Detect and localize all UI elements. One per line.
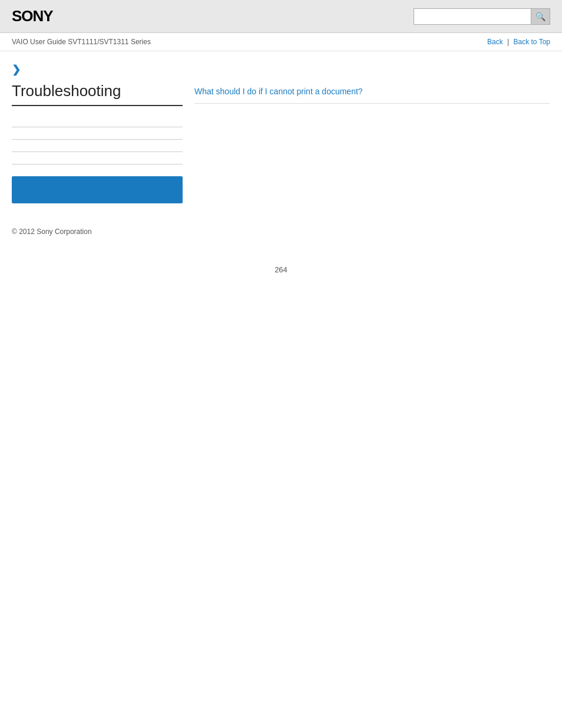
sidebar-chevron-icon: ❯: [12, 63, 21, 76]
content-main-link[interactable]: What should I do if I cannot print a doc…: [194, 87, 550, 104]
page-footer: © 2012 Sony Corporation: [0, 215, 562, 242]
nav-links: Back | Back to Top: [487, 38, 550, 46]
sidebar: ❯ Troubleshooting: [12, 63, 183, 203]
nav-separator: |: [507, 38, 509, 46]
page-header: SONY 🔍: [0, 0, 562, 33]
search-input[interactable]: [414, 8, 531, 25]
sidebar-nav: [12, 115, 183, 164]
guide-title: VAIO User Guide SVT1111/SVT1311 Series: [12, 38, 151, 46]
content-area: What should I do if I cannot print a doc…: [194, 63, 550, 203]
sony-logo: SONY: [12, 7, 53, 25]
page-number: 264: [0, 265, 562, 286]
copyright-text: © 2012 Sony Corporation: [12, 228, 92, 236]
main-content: ❯ Troubleshooting What should I do if I …: [0, 51, 562, 215]
search-button[interactable]: 🔍: [531, 8, 550, 25]
search-container: 🔍: [414, 8, 550, 25]
back-to-top-link[interactable]: Back to Top: [514, 38, 550, 46]
list-item: [12, 152, 183, 164]
list-item: [12, 115, 183, 127]
sidebar-title: Troubleshooting: [12, 82, 183, 106]
sidebar-blue-bar[interactable]: [12, 176, 183, 203]
list-item: [12, 127, 183, 140]
back-link[interactable]: Back: [487, 38, 503, 46]
search-icon: 🔍: [535, 12, 546, 21]
list-item: [12, 140, 183, 152]
nav-bar: VAIO User Guide SVT1111/SVT1311 Series B…: [0, 33, 562, 51]
